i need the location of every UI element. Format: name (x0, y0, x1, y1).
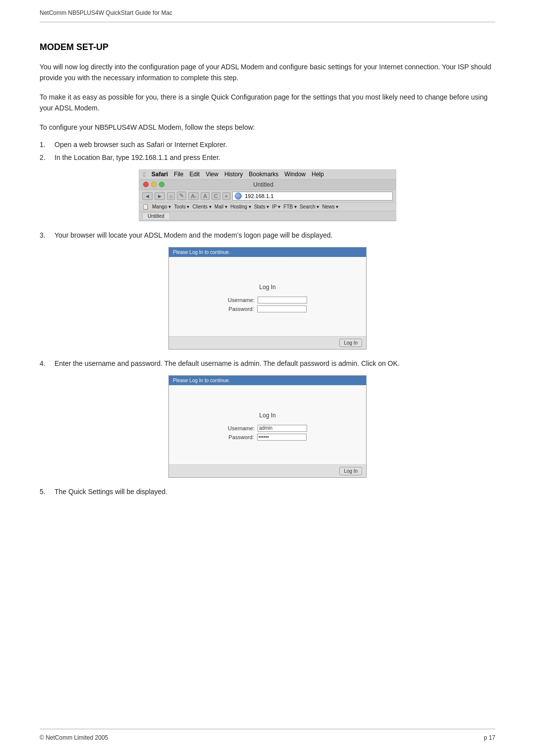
home-button[interactable]: ⌂ (167, 192, 175, 200)
password-value: •••••• (259, 434, 269, 440)
step-3-number: 3. (40, 231, 50, 239)
page: NetComm NB5PLUS4W QuickStart Guide for M… (0, 0, 535, 756)
step-2-text: In the Location Bar, type 192.168.1.1 an… (54, 153, 220, 161)
intro-paragraph-1: You will now log directly into the confi… (40, 61, 495, 84)
browser-toolbar: ◄ ► ⌂ ✎ A- A C + 192.168.1.1 (139, 190, 396, 202)
header-title: NetComm NB5PLUS4W QuickStart Guide for M… (40, 9, 172, 16)
close-button[interactable] (143, 182, 149, 187)
apple-icon:  (143, 171, 146, 178)
login-header-filled: Please Log In to continue. (169, 376, 366, 385)
step-2: 2. In the Location Bar, type 192.168.1.1… (40, 153, 495, 161)
footer-page: p 17 (484, 734, 495, 741)
tab-bar: Untitled (139, 211, 396, 221)
browser-screenshot:  Safari File Edit View History Bookmark… (139, 169, 396, 221)
username-value: admin (259, 425, 272, 431)
username-input-empty[interactable] (258, 297, 307, 303)
password-label-empty: Password: (228, 306, 254, 312)
bookmark-search[interactable]: Search ▾ (300, 204, 319, 209)
bookmark-mango[interactable]: Mango ▾ (152, 204, 171, 209)
username-label-empty: Username: (228, 297, 255, 303)
login-body-empty: Log In Username: Password: (169, 257, 366, 336)
tab-untitled[interactable]: Untitled (142, 212, 170, 219)
username-input-filled[interactable]: admin (258, 425, 307, 432)
browser-menubar:  Safari File Edit View History Bookmark… (139, 170, 396, 180)
step-3-text: Your browser will locate your ADSL Modem… (54, 231, 332, 239)
login-title-empty: Log In (259, 284, 275, 291)
bookmarks-bar: 📋 Mango ▾ Tools ▾ Clients ▾ Mail ▾ Hosti… (139, 202, 396, 211)
refresh-button[interactable]: C (212, 192, 220, 200)
step-1-text: Open a web browser such as Safari or Int… (54, 141, 227, 149)
window-controls (143, 182, 164, 187)
footer-copyright: © NetComm Limited 2005 (40, 734, 108, 741)
address-text: 192.168.1.1 (245, 193, 273, 199)
username-label-filled: Username: (228, 425, 255, 431)
menu-help[interactable]: Help (312, 171, 324, 178)
bookmark-ip[interactable]: IP ▾ (272, 204, 280, 209)
login-button-filled[interactable]: Log In (339, 467, 362, 475)
back-button[interactable]: ◄ (142, 192, 153, 200)
intro-paragraph-3: To configure your NB5PLUS4W ADSL Modem, … (40, 122, 495, 133)
bookmark-clients[interactable]: Clients ▾ (192, 204, 211, 209)
section-title: MODEM SET-UP (40, 42, 495, 52)
forward-button[interactable]: ► (155, 192, 165, 200)
login-header-text-filled: Please Log In to continue. (173, 378, 230, 383)
menu-window[interactable]: Window (284, 171, 306, 178)
menu-safari[interactable]: Safari (152, 171, 168, 178)
bookmark-mail[interactable]: Mail ▾ (214, 204, 227, 209)
password-input-empty[interactable] (257, 305, 307, 312)
edit-button[interactable]: ✎ (177, 192, 186, 200)
password-label-filled: Password: (228, 434, 254, 440)
login-body-filled: Log In Username: admin Password: •••••• (169, 385, 366, 464)
step-1: 1. Open a web browser such as Safari or … (40, 141, 495, 149)
page-header: NetComm NB5PLUS4W QuickStart Guide for M… (40, 0, 495, 22)
login-button-empty[interactable]: Log In (339, 339, 362, 347)
maximize-button[interactable] (159, 182, 164, 187)
login-screenshot-filled: Please Log In to continue. Log In Userna… (168, 375, 367, 478)
menu-file[interactable]: File (174, 171, 183, 178)
add-button[interactable]: + (222, 192, 230, 200)
step-4: 4. Enter the username and password. The … (40, 359, 495, 367)
password-field-filled: Password: •••••• (228, 434, 306, 441)
login-header-empty: Please Log In to continue. (169, 248, 366, 257)
menu-view[interactable]: View (206, 171, 218, 178)
login-screenshot-empty: Please Log In to continue. Log In Userna… (168, 247, 367, 350)
menu-bookmarks[interactable]: Bookmarks (249, 171, 278, 178)
password-field-empty: Password: (228, 305, 306, 312)
username-field-empty: Username: (228, 297, 307, 303)
font-small-button[interactable]: A- (188, 192, 199, 200)
bookmark-hosting[interactable]: Hosting ▾ (230, 204, 251, 209)
step-4-text: Enter the username and password. The def… (54, 359, 400, 367)
step-5: 5. The Quick Settings will be displayed. (40, 488, 495, 496)
font-large-button[interactable]: A (201, 192, 209, 200)
bookmark-stats[interactable]: Stats ▾ (254, 204, 269, 209)
browser-titlebar: Untitled (139, 180, 396, 190)
menu-edit[interactable]: Edit (189, 171, 200, 178)
minimize-button[interactable] (151, 182, 157, 187)
login-footer-filled: Log In (169, 464, 366, 477)
username-field-filled: Username: admin (228, 425, 307, 432)
bookmarks-icon: 📋 (142, 203, 149, 210)
globe-icon (235, 193, 242, 200)
login-footer-empty: Log In (169, 336, 366, 349)
login-title-filled: Log In (259, 412, 275, 419)
login-header-text-empty: Please Log In to continue. (173, 250, 230, 255)
intro-paragraph-2: To make it as easy as possible for you, … (40, 92, 495, 114)
address-bar[interactable]: 192.168.1.1 (232, 192, 393, 201)
bookmark-ftb[interactable]: FTB ▾ (283, 204, 297, 209)
page-footer: © NetComm Limited 2005 p 17 (40, 729, 495, 741)
step-5-text: The Quick Settings will be displayed. (54, 488, 167, 496)
bookmark-tools[interactable]: Tools ▾ (174, 204, 189, 209)
bookmark-news[interactable]: News ▾ (322, 204, 338, 209)
menu-history[interactable]: History (224, 171, 243, 178)
step-5-number: 5. (40, 488, 50, 496)
step-1-number: 1. (40, 141, 50, 149)
password-input-filled[interactable]: •••••• (257, 434, 307, 441)
step-4-number: 4. (40, 359, 50, 367)
step-2-number: 2. (40, 153, 50, 161)
window-title: Untitled (253, 181, 273, 188)
step-3: 3. Your browser will locate your ADSL Mo… (40, 231, 495, 239)
